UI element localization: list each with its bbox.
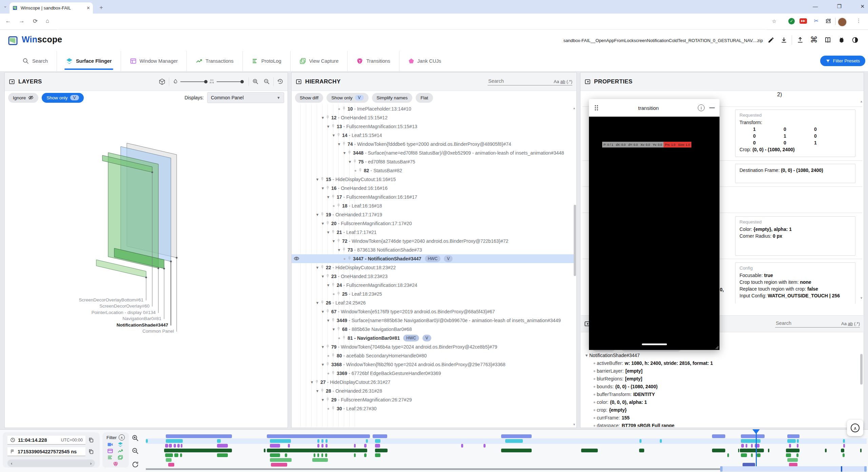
extensions-puzzle-icon[interactable] — [825, 18, 831, 24]
hierarchy-row[interactable]: ▼23- OneHanded:18:23#23 — [292, 272, 574, 281]
event-block[interactable] — [843, 444, 845, 448]
expander-icon[interactable]: ▼ — [320, 219, 326, 228]
property-tree-row[interactable]: ●activeBuffer:w: 1080, h: 2400, stride: … — [592, 359, 858, 367]
next-frame-icon[interactable]: › — [90, 461, 92, 466]
hierarchy-search[interactable]: Aa ab (.*) — [488, 78, 572, 85]
displays-select[interactable]: Common Panel ▼ — [207, 92, 284, 103]
event-block[interactable] — [166, 434, 232, 438]
tab-search[interactable]: Search — [14, 51, 57, 71]
event-block[interactable] — [660, 439, 662, 443]
pin-icon[interactable] — [347, 254, 352, 261]
expander-icon[interactable]: ▼ — [309, 378, 315, 387]
event-block[interactable] — [270, 444, 280, 448]
event-block[interactable] — [787, 434, 800, 438]
hierarchy-row[interactable]: ●10- ImePlaceholder:13:14#10 — [292, 104, 574, 113]
property-tree-row[interactable]: ●crop:{empty} — [592, 406, 858, 414]
pin-icon[interactable] — [336, 325, 341, 331]
event-block[interactable] — [639, 449, 644, 452]
event-block[interactable] — [321, 453, 323, 457]
pin-icon[interactable] — [326, 395, 330, 402]
tab-transitions[interactable]: Transitions — [347, 51, 399, 71]
edit-filename-icon[interactable] — [768, 37, 774, 43]
hierarchy-row[interactable]: ▼72- WindowToken{a2746de type=2040 andro… — [292, 237, 574, 245]
pin-icon[interactable] — [353, 157, 357, 164]
properties-tree-root[interactable]: ▼ NotificationShade#3447 — [584, 351, 858, 359]
event-block[interactable] — [288, 444, 290, 448]
scroll-down-arrow[interactable]: ▼ — [573, 423, 576, 426]
reset-view-icon[interactable] — [277, 78, 283, 85]
event-block[interactable] — [354, 453, 356, 457]
pin-icon[interactable] — [336, 131, 341, 137]
pin-icon[interactable] — [331, 228, 335, 234]
human-time-field[interactable]: 11:04:14.228 UTC+00:00 — [7, 436, 85, 445]
timeline-cursor-line[interactable] — [756, 430, 757, 468]
collapse-filter-icon[interactable]: ∧ — [119, 434, 125, 440]
event-block[interactable] — [267, 434, 370, 438]
expander-icon[interactable]: ▼ — [315, 387, 320, 395]
event-block[interactable] — [501, 434, 532, 438]
property-tree-row[interactable]: ●bounds:(0, 0) - (1080, 2400) — [592, 382, 858, 390]
event-block[interactable] — [166, 458, 172, 462]
event-block[interactable] — [270, 453, 280, 457]
expander-icon[interactable]: ▼ — [331, 237, 336, 245]
event-block[interactable] — [375, 439, 380, 443]
timeline-overview-track[interactable] — [146, 468, 720, 470]
expander-icon[interactable]: ▼ — [315, 298, 320, 307]
property-tree-row[interactable]: ●blurRegions:[empty] — [592, 375, 858, 382]
collapse-timeline-fab[interactable]: ∧ — [847, 420, 863, 436]
pin-icon[interactable] — [326, 342, 330, 349]
layer-label[interactable]: PointerLocation - display 0#134 — [92, 310, 156, 315]
hierarchy-row[interactable]: ▼74- WindowToken{fdddbe6 type=2000 andro… — [292, 140, 574, 149]
window-minimize-icon[interactable]: — — [813, 3, 818, 9]
pin-icon[interactable] — [336, 237, 341, 243]
event-block[interactable] — [317, 444, 319, 448]
hierarchy-row[interactable]: ▼22- HideDisplayCutout:18:23#22 — [292, 263, 574, 272]
property-tree-row[interactable]: ●bufferTransform:IDENTITY — [592, 390, 858, 398]
event-block[interactable] — [841, 449, 844, 452]
hierarchy-scrollbar[interactable] — [574, 205, 576, 276]
upload-trace-icon[interactable] — [797, 37, 804, 43]
event-block[interactable] — [461, 444, 463, 448]
hierarchy-row[interactable]: ▼26- Leaf:24:25#26 — [292, 298, 574, 307]
event-block[interactable] — [181, 444, 182, 448]
expander-icon[interactable]: ▼ — [342, 149, 347, 157]
layer-label[interactable]: NotificationShade#3447 — [117, 322, 168, 328]
expander-icon[interactable]: ▼ — [331, 131, 336, 140]
visibility-eye-icon[interactable] — [294, 256, 299, 261]
pin-icon[interactable] — [320, 298, 324, 305]
layer-label[interactable]: ScreenDecorOverlay#60 — [99, 303, 150, 309]
event-block[interactable] — [738, 449, 739, 452]
event-block[interactable] — [317, 453, 319, 457]
event-block[interactable] — [321, 439, 323, 443]
screen-recording-trace-icon[interactable] — [107, 442, 113, 447]
pin-icon[interactable] — [331, 404, 335, 411]
hierarchy-row[interactable]: ●30- Leaf:26:27#30 — [292, 404, 574, 413]
window-manager-trace-icon[interactable] — [107, 449, 113, 453]
expander-icon[interactable]: ▼ — [320, 307, 326, 316]
hierarchy-row[interactable]: ●3369- 67726bf EdgeBackGestureHandler0#3… — [292, 369, 574, 378]
expander-icon[interactable]: ▼ — [326, 316, 331, 325]
event-block[interactable] — [825, 449, 827, 452]
expander-icon[interactable]: ▼ — [331, 325, 336, 334]
spacing-slider[interactable] — [217, 81, 243, 82]
scroll-down-arrow[interactable]: ▼ — [860, 296, 863, 300]
hierarchy-row[interactable]: ▼20- FullscreenMagnification:17:17#20 — [292, 219, 574, 228]
expander-icon[interactable]: ▼ — [320, 342, 326, 351]
pin-icon[interactable] — [336, 290, 341, 296]
track-protolog[interactable] — [146, 453, 867, 457]
transactions-trace-icon[interactable] — [118, 449, 123, 453]
hierarchy-row[interactable]: ▼13- FullscreenMagnification:15:15#13 — [292, 122, 574, 131]
surface-flinger-trace-icon[interactable] — [118, 442, 123, 447]
event-block[interactable] — [768, 449, 769, 452]
event-block[interactable] — [712, 434, 725, 438]
pin-icon[interactable] — [326, 307, 330, 314]
zoom-in-icon[interactable] — [252, 78, 259, 85]
drag-handle-icon[interactable] — [594, 104, 599, 111]
pin-icon[interactable] — [326, 113, 330, 120]
event-block[interactable] — [217, 444, 228, 448]
profile-avatar[interactable] — [837, 17, 847, 27]
scroll-up-arrow[interactable]: ▲ — [573, 106, 576, 110]
event-block[interactable] — [354, 444, 356, 448]
pin-icon[interactable] — [342, 334, 346, 340]
event-block[interactable] — [860, 449, 862, 452]
